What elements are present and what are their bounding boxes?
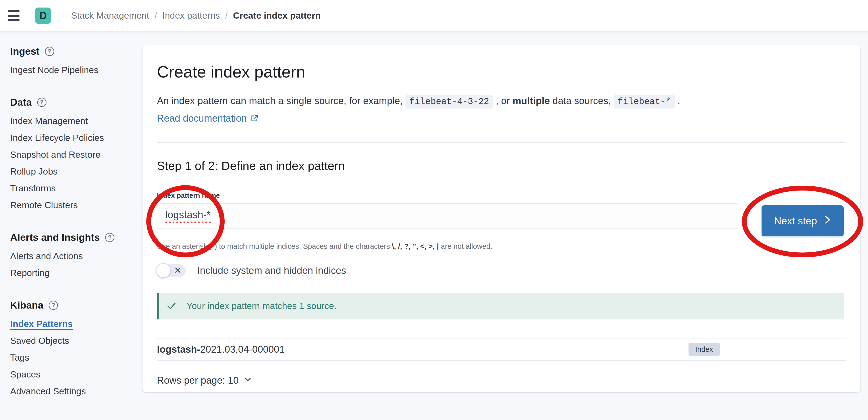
sidebar-item-transforms[interactable]: Transforms — [10, 183, 137, 194]
help-icon[interactable]: ? — [105, 233, 115, 242]
next-step-label: Next step — [774, 215, 817, 227]
sidebar-section-ingest: Ingest ? Ingest Node Pipelines — [10, 46, 137, 75]
index-name-cell: logstash-2021.03.04-000001 — [157, 344, 688, 355]
sidebar-item-snapshot-and-restore[interactable]: Snapshot and Restore — [10, 149, 137, 160]
sidebar-heading-ingest: Ingest — [10, 46, 40, 57]
toggle-off-x-icon: ✕ — [174, 266, 182, 275]
index-name-suffix: 2021.03.04-000001 — [200, 344, 285, 355]
index-pattern-input-value: logstash-* — [165, 209, 211, 223]
sidebar-item-rollup-jobs[interactable]: Rollup Jobs — [10, 166, 137, 177]
read-documentation-link[interactable]: Read documentation — [157, 113, 259, 124]
input-help-text: Use an asterisk (*) to match multiple in… — [157, 242, 846, 251]
sidebar-item-tags[interactable]: Tags — [10, 352, 137, 363]
intro-text: . — [675, 95, 680, 106]
next-step-button[interactable]: Next step — [762, 205, 844, 236]
sidebar-section-kibana: Kibana ? Index Patterns Saved Objects Ta… — [10, 300, 137, 396]
help-text-disallowed-chars: \, /, ?, ", <, >, | — [392, 242, 439, 250]
table-row-divider — [157, 360, 846, 361]
space-avatar[interactable]: D — [35, 7, 51, 24]
breadcrumb-separator: / — [225, 10, 228, 21]
section-divider — [157, 142, 846, 143]
code-sample-single-source: filebeat-4-3-22 — [405, 95, 493, 109]
menu-icon[interactable] — [3, 0, 25, 31]
create-index-pattern-panel: Create index pattern An index pattern ca… — [143, 46, 860, 392]
external-link-icon — [250, 114, 259, 122]
breadcrumb-separator: / — [154, 10, 157, 21]
management-sidebar: Ingest ? Ingest Node Pipelines Data ? In… — [0, 31, 142, 418]
step-heading: Step 1 of 2: Define an index pattern — [157, 159, 846, 173]
sidebar-item-index-management[interactable]: Index Management — [10, 116, 137, 126]
rows-per-page-label: Rows per page: 10 — [157, 375, 239, 386]
chevron-down-icon — [243, 375, 252, 386]
breadcrumb-index-patterns[interactable]: Index patterns — [162, 10, 220, 21]
help-icon[interactable]: ? — [45, 47, 54, 56]
table-row: logstash-2021.03.04-000001 Index — [157, 338, 846, 360]
help-text-part: Use an asterisk (*) to match multiple in… — [157, 242, 392, 250]
sidebar-item-remote-clusters[interactable]: Remote Clusters — [10, 200, 137, 211]
header-divider — [61, 4, 61, 27]
sidebar-item-saved-objects[interactable]: Saved Objects — [10, 335, 137, 346]
intro-text: data sources, — [550, 95, 614, 106]
intro-text: An index pattern can match a single sour… — [157, 95, 405, 106]
index-pattern-form-row: logstash-* Next step — [157, 203, 846, 236]
sidebar-item-spaces[interactable]: Spaces — [10, 369, 137, 380]
index-name-prefix: logstash- — [157, 344, 200, 355]
sidebar-item-advanced-settings[interactable]: Advanced Settings — [10, 386, 137, 396]
sidebar-section-alerts-insights: Alerts and Insights ? Alerts and Actions… — [10, 232, 137, 278]
sidebar-item-alerts-and-actions[interactable]: Alerts and Actions — [10, 251, 137, 261]
intro-paragraph: An index pattern can match a single sour… — [157, 93, 846, 109]
success-callout-text: Your index pattern matches 1 source. — [187, 301, 337, 311]
intro-bold-multiple: multiple — [513, 95, 550, 106]
breadcrumb: Stack Management / Index patterns / Crea… — [71, 10, 321, 21]
chevron-right-icon — [824, 215, 831, 227]
sidebar-heading-data: Data — [10, 96, 32, 108]
success-callout: Your index pattern matches 1 source. — [157, 293, 844, 319]
intro-text: , or — [493, 95, 513, 106]
sidebar-item-index-lifecycle-policies[interactable]: Index Lifecycle Policies — [10, 133, 137, 143]
index-pattern-input[interactable]: logstash-* — [157, 203, 738, 229]
sidebar-heading-alerts-and-insights: Alerts and Insights — [10, 232, 100, 243]
sidebar-item-index-patterns[interactable]: Index Patterns — [10, 318, 137, 329]
sidebar-heading-kibana: Kibana — [10, 300, 43, 311]
read-documentation-label: Read documentation — [157, 113, 247, 124]
breadcrumb-create-index-pattern: Create index pattern — [233, 10, 321, 21]
header-divider — [25, 4, 25, 27]
rows-per-page-control[interactable]: Rows per page: 10 — [157, 375, 252, 386]
help-icon[interactable]: ? — [49, 301, 58, 310]
help-icon[interactable]: ? — [37, 98, 46, 107]
top-header: D Stack Management / Index patterns / Cr… — [0, 0, 868, 31]
help-text-part: are not allowed. — [439, 242, 492, 250]
sidebar-item-reporting[interactable]: Reporting — [10, 268, 137, 278]
sidebar-item-ingest-node-pipelines[interactable]: Ingest Node Pipelines — [10, 65, 137, 75]
include-hidden-indices-row: ✕ Include system and hidden indices — [157, 264, 846, 277]
index-pattern-name-label: Index pattern name — [157, 192, 846, 200]
page-title: Create index pattern — [157, 62, 846, 82]
code-sample-wildcard: filebeat-* — [614, 95, 675, 109]
index-type-badge: Index — [688, 343, 720, 356]
breadcrumb-stack-management[interactable]: Stack Management — [71, 10, 149, 21]
sidebar-section-data: Data ? Index Management Index Lifecycle … — [10, 96, 137, 211]
include-hidden-indices-toggle[interactable]: ✕ — [157, 264, 186, 277]
include-hidden-indices-label: Include system and hidden indices — [197, 265, 346, 276]
check-icon — [166, 300, 177, 312]
toggle-knob — [156, 263, 170, 278]
